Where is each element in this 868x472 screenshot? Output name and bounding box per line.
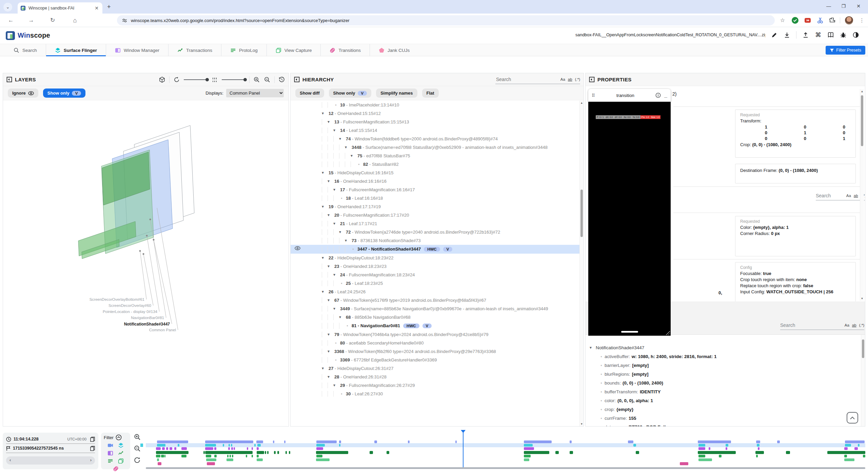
timeline-segment-track6[interactable] [257, 458, 263, 461]
expand-arrow-icon[interactable]: ▾ [328, 178, 334, 184]
collapse-panel-icon[interactable] [6, 77, 12, 82]
timeline-segment-track5[interactable] [214, 455, 217, 457]
reload-icon[interactable]: ↻ [48, 16, 57, 24]
tab-view-capture[interactable]: View Capture [267, 44, 321, 56]
hierarchy-node-3447[interactable]: ●3447 - NotificationShade#3447HWCV [291, 245, 579, 254]
timeline-segment-track2[interactable] [316, 444, 325, 447]
hierarchy-node-26[interactable]: ▾26 - Leaf:24:25#26 [291, 288, 579, 296]
show-only-chip[interactable]: Show only V [43, 88, 86, 98]
timeline-segment-track3[interactable] [162, 447, 165, 450]
expand-arrow-icon[interactable]: ▾ [322, 204, 329, 210]
hierarchy-node-79[interactable]: ▾79 - WindowToken{7046b4a type=2024 andr… [291, 330, 579, 339]
proto-search[interactable]: Search Aa ab (.*) [780, 321, 864, 330]
timeline-tracks[interactable] [146, 430, 865, 472]
tab-protolog[interactable]: ProtoLog [221, 44, 267, 56]
timeline-segment-track5[interactable] [230, 455, 231, 457]
timeline-segment-track3[interactable] [156, 447, 161, 450]
new-tab-button[interactable]: + [107, 4, 111, 9]
collapse-filter-icon[interactable] [116, 434, 122, 440]
copy-icon[interactable] [90, 446, 95, 451]
timeline-segment-track3[interactable] [174, 447, 176, 450]
timeline-segment-track3[interactable] [228, 447, 230, 450]
hierarchy-node-14[interactable]: ▾14 - Leaf:15:15#14 [291, 126, 579, 135]
hierarchy-node-3369[interactable]: ●3369 - 67726bf EdgeBackGestureHandler0#… [291, 356, 579, 364]
hierarchy-node-82[interactable]: ●82 - StatusBar#82 [291, 160, 579, 169]
timeline-segment-track2[interactable] [178, 444, 179, 447]
whole-word-icon[interactable]: ab [852, 323, 856, 327]
spacing-slider[interactable] [222, 79, 245, 80]
timeline-segment-track2[interactable] [698, 444, 705, 447]
timeline-segment-track3[interactable] [524, 447, 534, 450]
whole-word-icon[interactable]: ab [854, 194, 858, 198]
browser-menu-kebab-icon[interactable]: ⋮ [858, 16, 866, 24]
expand-arrow-icon[interactable]: ▾ [351, 153, 357, 159]
list-trace-filter-icon[interactable] [107, 458, 113, 464]
timeline-segment-track1[interactable] [273, 440, 274, 443]
proto-property-bounds[interactable]: ●bounds:(0, 0) - (1080, 2400) [586, 378, 865, 387]
timeline-segment-track5[interactable] [698, 455, 705, 457]
timeline-segment-track1[interactable] [698, 440, 731, 443]
back-icon[interactable]: ← [7, 16, 15, 24]
expand-arrow-icon[interactable]: ▾ [322, 111, 329, 116]
timeline-segment-track2[interactable] [229, 444, 230, 447]
timeline-segment-track4[interactable] [370, 451, 373, 454]
tab-surface-flinger[interactable]: Surface Flinger [46, 44, 106, 56]
timeline-segment-track4[interactable] [205, 451, 253, 454]
timeline-segment-track3[interactable] [170, 447, 172, 450]
timestamp-value[interactable]: 11:04:14.228 [14, 437, 39, 441]
timeline-segment-track5[interactable] [161, 455, 164, 457]
scroll-to-top-button[interactable] [847, 412, 858, 424]
timeline-segment-track1[interactable] [756, 440, 760, 443]
timeline-segment-track2[interactable] [726, 444, 728, 447]
timeline-segment-track7[interactable] [680, 462, 688, 465]
report-bug-icon[interactable] [840, 32, 847, 38]
timeline-segment-track1[interactable] [316, 440, 337, 443]
hierarchy-node-74[interactable]: ▾74 - WindowToken{fdddbe6 type=2000 andr… [291, 135, 579, 143]
extension-scissors-icon[interactable] [816, 17, 824, 24]
timeline-segment-track4[interactable] [277, 451, 279, 454]
timeline-segment-track5[interactable] [863, 455, 865, 457]
window-trace-filter-icon[interactable] [107, 450, 113, 456]
simplify-names-chip[interactable]: Simplify names [376, 88, 417, 98]
copy-icon[interactable] [90, 437, 95, 442]
proto-scrollbar[interactable] [861, 335, 865, 426]
upload-icon[interactable] [802, 32, 809, 38]
timeline-segment-track3[interactable] [234, 447, 235, 450]
timeline-segment-track7[interactable] [207, 462, 215, 465]
match-case-icon[interactable]: Aa [560, 77, 565, 81]
layer-label[interactable]: PointerLocation - display 0#134 [103, 310, 157, 314]
documentation-book-icon[interactable] [827, 32, 834, 38]
expand-arrow-icon[interactable]: ▾ [328, 349, 334, 354]
expand-arrow-icon[interactable]: ▾ [322, 366, 329, 371]
expand-arrow-icon[interactable]: ▾ [333, 272, 340, 278]
hierarchy-node-12[interactable]: ▾12 - OneHanded:15:15#12 [291, 109, 579, 118]
hierarchy-node-17[interactable]: ▾17 - FullscreenMagnification:16:16#17 [291, 185, 579, 194]
rotation-slider[interactable] [184, 79, 208, 80]
resize-handle[interactable] [666, 331, 670, 335]
timeline-segment-track5[interactable] [719, 455, 722, 457]
timeline-segment-track5[interactable] [524, 455, 531, 457]
hierarchy-node-20[interactable]: ▾20 - FullscreenMagnification:17:17#20 [291, 211, 579, 219]
proto-property-currFrame[interactable]: ●currFrame:155 [586, 414, 865, 422]
timestamp-ns-value[interactable]: 1715339054227572545 ns [13, 446, 64, 451]
hierarchy-node-19[interactable]: ▾19 - OneHanded:17:17#19 [291, 202, 579, 211]
timeline-segment-track3[interactable] [698, 447, 705, 450]
ignore-chip[interactable]: Ignore [8, 88, 38, 98]
collapse-panel-icon[interactable] [589, 77, 595, 82]
bookmark-star-icon[interactable]: ☆ [778, 16, 787, 24]
timeline-segment-track3[interactable] [205, 447, 213, 450]
extensions-puzzle-icon[interactable] [829, 17, 836, 24]
proto-property-barrierLayer[interactable]: ●barrierLayer:[empty] [586, 361, 865, 370]
hierarchy-node-28[interactable]: ▾28 - OneHanded:26:31#28 [291, 373, 579, 381]
properties-search[interactable]: Search Aa ab (.*) [816, 191, 865, 200]
hierarchy-node-80[interactable]: ●80 - ace6abb SecondaryHomeHandle0#80 [291, 339, 579, 347]
hierarchy-node-21[interactable]: ▾21 - Leaf:17:17#21 [291, 219, 579, 228]
timeline-segment-track1[interactable] [777, 440, 780, 443]
hierarchy-node-22[interactable]: ▾22 - HideDisplayCutout:18:23#22 [291, 254, 579, 262]
hierarchy-node-3448[interactable]: ▾3448 - Surface(name=ed70f88 StatusBar)/… [291, 143, 579, 152]
timeline-segment-track4[interactable] [387, 451, 389, 454]
proto-property-activeBuffer[interactable]: ●activeBuffer:w: 1080, h: 2400, stride: … [586, 352, 865, 361]
expand-arrow-icon[interactable]: ▾ [333, 382, 340, 388]
timeline-segment-track2[interactable] [845, 444, 851, 447]
timeline-segment-track3[interactable] [181, 447, 187, 450]
